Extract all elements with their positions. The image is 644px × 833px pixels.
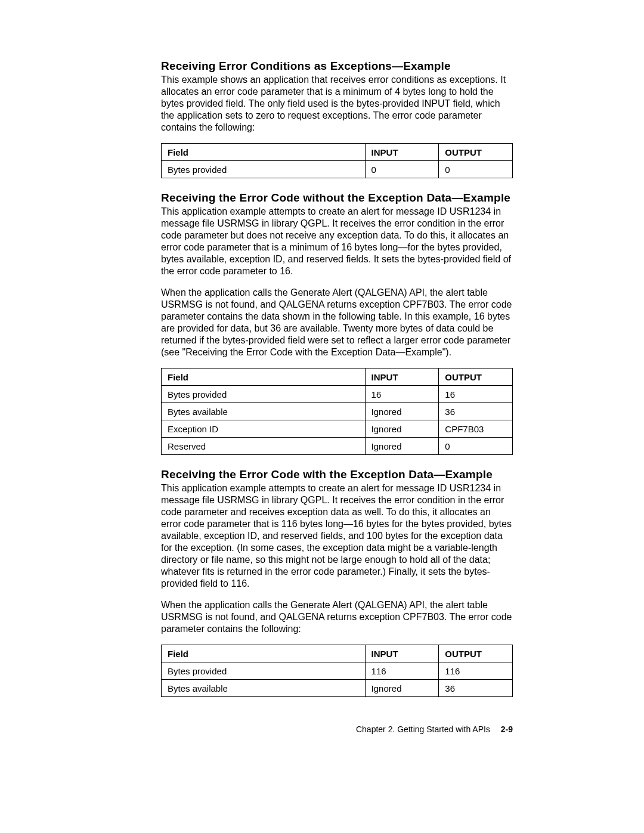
table-row: Bytes provided 0 0 [162,161,513,178]
body-paragraph: This application example attempts to cre… [161,206,513,277]
cell-output: CPF7B03 [439,420,513,438]
cell-input: Ignored [365,403,439,420]
col-head-input: INPUT [365,645,439,662]
table-head-row: Field INPUT OUTPUT [162,645,513,662]
cell-input: Ignored [365,438,439,455]
cell-output: 116 [439,662,513,680]
cell-output: 16 [439,386,513,403]
cell-input: Ignored [365,680,439,697]
footer-page-number: 2-9 [501,724,513,734]
col-head-input: INPUT [365,144,439,161]
col-head-field: Field [162,368,366,386]
cell-input: 16 [365,386,439,403]
cell-output: 0 [439,438,513,455]
table-head-row: Field INPUT OUTPUT [162,144,513,161]
cell-field: Bytes available [162,403,366,420]
cell-input: 0 [365,161,439,178]
error-table-without-data: Field INPUT OUTPUT Bytes provided 16 16 … [161,368,513,455]
col-head-field: Field [162,645,366,662]
col-head-output: OUTPUT [439,645,513,662]
footer-chapter: Chapter 2. Getting Started with APIs [356,724,490,734]
table-row: Reserved Ignored 0 [162,438,513,455]
table-head-row: Field INPUT OUTPUT [162,368,513,386]
section-heading: Receiving the Error Code with the Except… [161,468,513,481]
section-with-exception-data: Receiving the Error Code with the Except… [161,468,513,697]
cell-field: Exception ID [162,420,366,438]
cell-input: 116 [365,662,439,680]
page-footer: Chapter 2. Getting Started with APIs 2-9 [161,724,513,734]
table-row: Bytes available Ignored 36 [162,680,513,697]
cell-field: Bytes provided [162,161,366,178]
cell-field: Bytes available [162,680,366,697]
col-head-field: Field [162,144,366,161]
table-row: Bytes available Ignored 36 [162,403,513,420]
cell-input: Ignored [365,420,439,438]
cell-output: 36 [439,403,513,420]
section-heading: Receiving the Error Code without the Exc… [161,191,513,205]
cell-field: Bytes provided [162,662,366,680]
body-paragraph: This application example attempts to cre… [161,482,513,590]
cell-field: Bytes provided [162,386,366,403]
col-head-output: OUTPUT [439,368,513,386]
error-table-exceptions: Field INPUT OUTPUT Bytes provided 0 0 [161,143,513,178]
col-head-output: OUTPUT [439,144,513,161]
error-table-with-data: Field INPUT OUTPUT Bytes provided 116 11… [161,645,513,697]
page-content: Receiving Error Conditions as Exceptions… [161,60,513,697]
cell-output: 36 [439,680,513,697]
section-heading: Receiving Error Conditions as Exceptions… [161,60,513,73]
cell-output: 0 [439,161,513,178]
table-row: Exception ID Ignored CPF7B03 [162,420,513,438]
col-head-input: INPUT [365,368,439,386]
cell-field: Reserved [162,438,366,455]
table-row: Bytes provided 116 116 [162,662,513,680]
section-exceptions-example: Receiving Error Conditions as Exceptions… [161,60,513,178]
body-paragraph: When the application calls the Generate … [161,287,513,358]
body-paragraph: This example shows an application that r… [161,74,513,134]
body-paragraph: When the application calls the Generate … [161,599,513,635]
table-row: Bytes provided 16 16 [162,386,513,403]
section-without-exception-data: Receiving the Error Code without the Exc… [161,191,513,455]
